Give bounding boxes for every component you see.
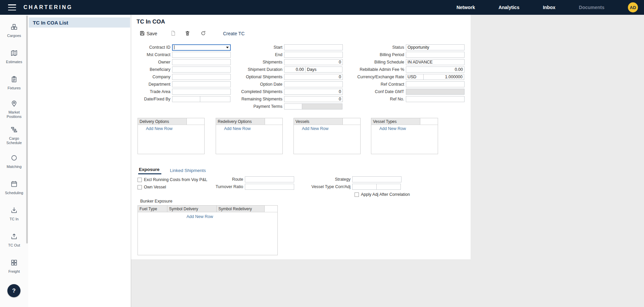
symbol-delivery-column-header: Symbol Delivery — [167, 206, 217, 212]
bunker-exposure-title: Bunker Exposure — [140, 199, 172, 204]
department-field[interactable] — [172, 81, 231, 87]
tc-out-icon — [10, 233, 18, 242]
redelivery-options-grid: Redelivery Options Add New Row — [216, 118, 283, 154]
sidebar-item-matching[interactable]: Matching — [0, 148, 28, 175]
trade-area-label: Trade Area — [134, 89, 170, 94]
refresh-button[interactable] — [201, 31, 206, 37]
redelivery-options-add-new-row-link[interactable]: Add New Row — [224, 126, 251, 131]
save-button[interactable]: Save — [140, 31, 157, 37]
shipment-duration-field[interactable]: 0.00 — [284, 67, 306, 73]
completed-shipments-field[interactable]: 0 — [284, 89, 343, 95]
bunker-add-new-row-link[interactable]: Add New Row — [186, 214, 213, 219]
route-label: Route — [200, 177, 243, 182]
vessel-type-corr-field-1[interactable] — [352, 184, 377, 190]
tab-exposure[interactable]: Exposure — [138, 167, 161, 174]
billing-period-label: Billing Period — [357, 52, 404, 57]
owner-field[interactable] — [172, 59, 231, 65]
remaining-shipments-field[interactable]: 0 — [284, 96, 343, 102]
nav-network[interactable]: Network — [457, 5, 475, 10]
optional-shipments-field[interactable]: 0 — [284, 74, 343, 80]
billing-schedule-label: Billing Schedule — [357, 60, 404, 64]
own-vessel-row: Own Vessel — [138, 184, 166, 190]
fuel-type-column-header: Fuel Type — [138, 206, 167, 212]
vessels-add-new-row-link[interactable]: Add New Row — [302, 126, 328, 131]
end-field[interactable] — [284, 52, 343, 58]
shipment-duration-unit-field[interactable]: Days — [305, 67, 342, 73]
billing-schedule-field[interactable]: IN ADVANCE — [406, 59, 465, 65]
exchange-rate-field[interactable]: 1.000000 — [423, 74, 464, 80]
create-tc-button[interactable]: Create TC — [223, 31, 245, 36]
ref-no-field[interactable] — [406, 96, 465, 102]
shipment-duration-label: Shipment Duration — [235, 67, 282, 72]
owner-label: Owner — [134, 60, 170, 64]
strategy-row: Strategy — [307, 176, 401, 182]
company-field[interactable] — [172, 74, 231, 80]
billing-period-field[interactable] — [406, 52, 465, 58]
sidebar-item-tc-in[interactable]: TC In — [0, 201, 28, 227]
contract-id-label: Contract ID — [134, 45, 170, 50]
ref-contract-field[interactable] — [406, 81, 465, 87]
delete-button[interactable] — [185, 31, 190, 37]
date-field[interactable] — [172, 96, 200, 102]
trash-icon — [185, 31, 190, 37]
vessel-type-corr-row: Vessel Type Corr/Adj — [307, 184, 401, 190]
sidebar-item-cargoes[interactable]: Cargoes — [0, 17, 28, 44]
tab-linked-shipments[interactable]: Linked Shipments — [170, 168, 206, 174]
sidebar-item-fixtures[interactable]: Fixtures — [0, 70, 28, 96]
beneficiary-field[interactable] — [172, 67, 231, 73]
department-label: Department — [134, 82, 170, 87]
sidebar-item-scheduling[interactable]: Scheduling — [0, 175, 28, 201]
turnover-ratio-field[interactable] — [245, 184, 294, 190]
vessel-types-grid: Vessel Types Add New Row — [371, 118, 438, 154]
text-caret — [174, 45, 174, 49]
contract-id-combobox[interactable] — [172, 44, 231, 51]
avatar[interactable]: AD — [628, 2, 638, 12]
delivery-options-header: Delivery Options — [138, 118, 187, 125]
sidebar-item-market-positions[interactable]: Market Positions — [0, 96, 28, 122]
remaining-shipments-label: Remaining Shipments — [235, 97, 282, 101]
option-date-field[interactable] — [284, 81, 343, 87]
sidebar-item-cargo-schedule[interactable]: Cargo Schedule — [0, 122, 28, 148]
sidebar-item-freight[interactable]: Freight — [0, 253, 28, 279]
rebillable-admin-fee-label: Rebillable Admin Fee % — [357, 67, 404, 72]
vessels-header: Vessels — [294, 118, 343, 125]
status-field[interactable]: Opportunity — [406, 44, 465, 50]
vessel-type-corr-label: Vessel Type Corr/Adj — [307, 184, 351, 189]
nav-analytics[interactable]: Analytics — [498, 5, 519, 10]
scheduling-icon — [10, 180, 18, 189]
symbol-redelivery-column-header: Symbol Redelivery — [217, 206, 265, 212]
sidebar-item-estimates[interactable]: Estimates — [0, 44, 28, 70]
hamburger-menu-icon[interactable] — [8, 4, 16, 10]
app-title: CHARTERING — [23, 4, 73, 10]
form-column-middle: Start End Shipments 0 Shipment Duration … — [235, 44, 343, 111]
matching-icon — [10, 154, 18, 163]
rebillable-admin-fee-field[interactable]: 0.00 — [406, 67, 465, 73]
route-row: Route — [200, 176, 294, 182]
fixed-by-field[interactable] — [200, 96, 230, 102]
trade-area-field[interactable] — [172, 89, 231, 95]
estimates-icon — [10, 49, 18, 58]
delivery-options-add-new-row-link[interactable]: Add New Row — [146, 126, 172, 131]
vessels-grid: Vessels Add New Row — [293, 118, 361, 154]
form-column-right: Status Opportunity Billing Period Billin… — [357, 44, 465, 103]
vessel-types-add-new-row-link[interactable]: Add New Row — [379, 126, 406, 131]
conf-date-gmt-label: Conf Date GMT — [357, 89, 404, 94]
shipments-field[interactable]: 0 — [284, 59, 343, 65]
currency-field[interactable]: USD — [406, 74, 424, 80]
route-field[interactable] — [245, 176, 294, 182]
sidebar-scrollbar[interactable] — [26, 15, 28, 244]
nav-inbox[interactable]: Inbox — [543, 5, 555, 10]
payment-terms-field[interactable] — [284, 103, 302, 109]
shipments-label: Shipments — [235, 60, 282, 64]
mst-contract-field[interactable] — [172, 52, 231, 58]
apply-adj-checkbox[interactable] — [355, 192, 359, 197]
start-field[interactable] — [284, 44, 343, 50]
strategy-field[interactable] — [352, 176, 401, 182]
sidebar-item-tc-out[interactable]: TC Out — [0, 227, 28, 253]
currency-exchange-rate-label: Currency/Exchange Rate — [357, 75, 404, 79]
own-vessel-label: Own Vessel — [144, 185, 166, 189]
excl-running-costs-checkbox[interactable] — [138, 178, 142, 182]
own-vessel-checkbox[interactable] — [138, 185, 142, 189]
vessel-type-corr-field-2[interactable] — [376, 184, 401, 190]
help-button[interactable]: ? — [7, 284, 20, 297]
